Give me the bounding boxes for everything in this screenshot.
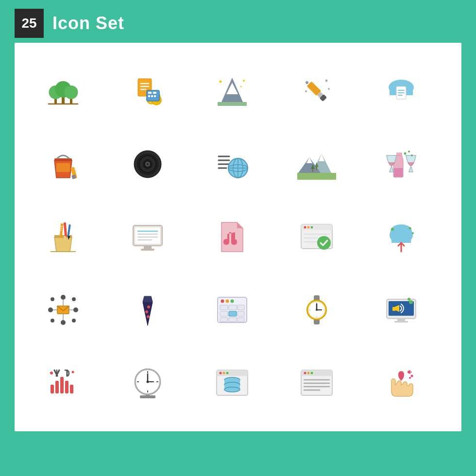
svg-rect-140 xyxy=(229,318,237,322)
svg-rect-72 xyxy=(394,168,403,177)
svg-point-103 xyxy=(317,236,331,250)
svg-rect-164 xyxy=(65,381,68,393)
svg-point-131 xyxy=(226,300,229,303)
svg-point-206 xyxy=(409,377,411,379)
monitor-broadcast-icon xyxy=(367,276,435,344)
header: 25 Icon Set xyxy=(0,0,476,43)
svg-point-130 xyxy=(221,300,224,303)
svg-rect-87 xyxy=(135,227,160,244)
svg-rect-155 xyxy=(397,319,405,321)
svg-rect-81 xyxy=(64,222,68,237)
svg-point-74 xyxy=(408,151,410,153)
svg-point-159 xyxy=(409,300,413,304)
svg-marker-64 xyxy=(319,153,324,161)
svg-rect-42 xyxy=(56,163,70,172)
svg-point-126 xyxy=(147,306,150,308)
svg-rect-71 xyxy=(396,153,402,155)
svg-rect-134 xyxy=(229,305,237,310)
svg-point-99 xyxy=(311,226,313,229)
cloud-document-icon xyxy=(367,57,435,125)
main-card xyxy=(15,43,461,431)
hand-heart-icon xyxy=(367,349,435,417)
svg-rect-163 xyxy=(60,377,64,393)
calendar-icon xyxy=(198,276,266,344)
trees-icon xyxy=(29,57,97,125)
svg-point-110 xyxy=(409,227,411,230)
svg-point-23 xyxy=(243,80,245,82)
svg-rect-67 xyxy=(316,167,317,170)
svg-rect-139 xyxy=(220,318,228,322)
computer-document-icon xyxy=(114,203,182,271)
svg-point-115 xyxy=(48,307,53,312)
svg-rect-17 xyxy=(148,95,150,97)
cloud-mail-icon xyxy=(367,203,435,271)
clock-icon xyxy=(114,349,182,417)
svg-rect-141 xyxy=(238,318,244,322)
svg-rect-138 xyxy=(238,311,244,316)
drinks-icon xyxy=(367,130,435,198)
svg-point-29 xyxy=(306,81,308,84)
music-file-icon xyxy=(198,203,266,271)
svg-rect-70 xyxy=(297,173,336,180)
badge-number: 25 xyxy=(15,9,44,38)
svg-point-118 xyxy=(72,297,76,301)
mountains-trees-icon xyxy=(283,130,351,198)
svg-point-73 xyxy=(404,153,407,155)
browser-database-icon xyxy=(198,349,266,417)
svg-point-186 xyxy=(220,372,222,374)
svg-rect-161 xyxy=(51,385,54,393)
svg-point-22 xyxy=(220,81,222,83)
svg-rect-19 xyxy=(154,95,156,97)
svg-rect-25 xyxy=(218,102,247,106)
svg-point-170 xyxy=(50,372,53,374)
svg-rect-158 xyxy=(392,307,395,311)
network-mail-icon xyxy=(29,276,97,344)
svg-point-32 xyxy=(305,90,307,92)
svg-point-128 xyxy=(147,315,150,318)
svg-point-107 xyxy=(391,224,412,238)
mountain-icon xyxy=(198,57,266,125)
svg-rect-16 xyxy=(153,92,156,94)
watch-icon xyxy=(283,276,351,344)
svg-point-24 xyxy=(240,86,242,87)
svg-rect-133 xyxy=(220,305,228,310)
svg-point-113 xyxy=(61,295,66,300)
svg-rect-136 xyxy=(220,311,228,316)
svg-marker-125 xyxy=(143,296,153,302)
svg-rect-165 xyxy=(70,385,73,393)
svg-point-188 xyxy=(226,372,229,374)
finance-icon xyxy=(114,57,182,125)
svg-point-109 xyxy=(391,228,394,231)
icon-grid xyxy=(29,57,447,417)
svg-point-111 xyxy=(412,232,414,234)
svg-rect-69 xyxy=(312,169,313,172)
svg-point-171 xyxy=(72,371,74,374)
svg-point-193 xyxy=(224,387,240,392)
svg-point-5 xyxy=(65,85,78,99)
svg-point-132 xyxy=(231,300,234,303)
svg-rect-162 xyxy=(55,381,59,393)
vinyl-icon xyxy=(114,130,182,198)
svg-point-119 xyxy=(51,319,54,323)
svg-rect-137 xyxy=(229,311,237,316)
bucket-icon xyxy=(29,130,97,198)
svg-rect-15 xyxy=(148,92,152,94)
svg-point-114 xyxy=(61,320,66,325)
music-tools-icon xyxy=(29,349,97,417)
svg-point-117 xyxy=(51,297,54,301)
svg-rect-89 xyxy=(141,249,154,251)
svg-point-187 xyxy=(223,372,225,374)
svg-point-98 xyxy=(307,226,310,229)
svg-point-31 xyxy=(328,88,330,90)
svg-point-199 xyxy=(311,372,313,374)
tie-icon xyxy=(114,276,182,344)
svg-point-97 xyxy=(304,226,306,229)
global-internet-icon xyxy=(198,130,266,198)
svg-point-30 xyxy=(325,80,328,82)
svg-rect-88 xyxy=(144,246,152,249)
svg-point-198 xyxy=(307,372,310,374)
svg-point-205 xyxy=(411,375,413,377)
svg-point-148 xyxy=(316,309,318,311)
svg-rect-18 xyxy=(151,95,153,97)
svg-point-120 xyxy=(72,319,76,323)
